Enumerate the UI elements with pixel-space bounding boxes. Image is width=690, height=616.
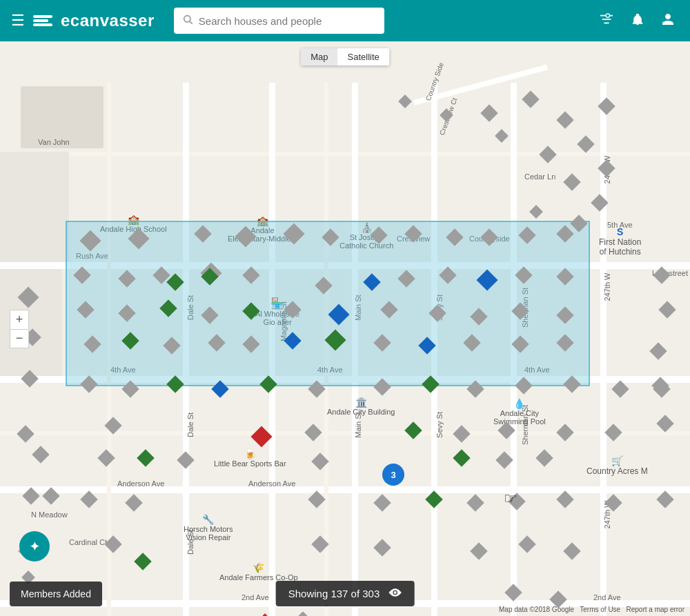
street-label-sevy2: Sevy St bbox=[435, 412, 444, 438]
search-input[interactable] bbox=[199, 15, 376, 27]
svg-point-3 bbox=[184, 16, 190, 22]
logo: ecanvasser bbox=[33, 11, 155, 30]
zoom-out-button[interactable]: − bbox=[10, 329, 29, 348]
menu-icon[interactable]: ☰ bbox=[11, 12, 25, 30]
place-farmers-coop: 🌾Andale Farmers Co-Op bbox=[219, 562, 298, 582]
street-label-cedar: Cedar Ln bbox=[524, 172, 555, 181]
user-icon[interactable] bbox=[657, 8, 679, 34]
svg-point-8 bbox=[606, 14, 609, 17]
street-label-4th: 4th Ave bbox=[110, 366, 136, 374]
members-added-badge: ✦ Members Added bbox=[10, 582, 102, 606]
header: ☰ ecanvasser bbox=[0, 0, 690, 41]
street-label-4th-mid: 4th Ave bbox=[317, 366, 343, 374]
members-added-label: Members Added bbox=[21, 588, 91, 599]
svg-rect-0 bbox=[33, 15, 52, 18]
place-swimming-pool: 💧Andale CitySwimming Pool bbox=[493, 398, 546, 426]
map-type-selector: Map Satellite bbox=[301, 48, 389, 66]
map-container[interactable]: Rush Ave 4th Ave 4th Ave 4th Ave Anderso… bbox=[0, 41, 690, 616]
street-label-247w: 247th W bbox=[603, 273, 611, 301]
logo-icon bbox=[33, 13, 55, 28]
status-bar: Showing 137 of 303 bbox=[276, 581, 415, 606]
zoom-in-button[interactable]: + bbox=[10, 310, 29, 329]
map-type-satellite[interactable]: Satellite bbox=[338, 48, 389, 66]
map-background: Rush Ave 4th Ave 4th Ave 4th Ave Anderso… bbox=[0, 41, 690, 616]
street-label-main: Main St bbox=[354, 295, 362, 320]
map-type-map[interactable]: Map bbox=[301, 48, 337, 66]
logo-text: ecanvasser bbox=[61, 11, 155, 30]
street-label-dale: Dale St bbox=[186, 295, 195, 320]
street-label-2nd-r: 2nd Ave bbox=[593, 593, 621, 602]
street-label-4th-right: 4th Ave bbox=[524, 366, 550, 374]
place-city-building: 🏛️Andale City Building bbox=[327, 397, 395, 416]
place-horsch: 🔧Horsch MotorsVision Repair bbox=[184, 514, 233, 542]
members-icon-button[interactable]: ✦ bbox=[19, 531, 50, 562]
place-country-acres: 🛒Country Acres M bbox=[586, 455, 648, 476]
street-label-anderson2: Anderson Ave bbox=[248, 479, 295, 488]
terms-link[interactable]: Terms of Use bbox=[580, 606, 620, 613]
report-link[interactable]: Report a map error bbox=[627, 606, 684, 613]
svg-rect-1 bbox=[33, 19, 48, 22]
eye-icon[interactable] bbox=[388, 586, 402, 601]
filter-icon[interactable] bbox=[595, 8, 618, 34]
svg-point-9 bbox=[393, 591, 396, 594]
svg-line-4 bbox=[190, 21, 193, 24]
cluster-badge: 3 bbox=[382, 464, 404, 486]
street-label-nmeadow: N Meadow bbox=[31, 510, 68, 519]
street-label-anderson: Anderson Ave bbox=[117, 479, 164, 488]
bell-icon[interactable] bbox=[627, 8, 649, 34]
zoom-controls: + − bbox=[10, 310, 29, 348]
street-label-rush: Rush Ave bbox=[76, 252, 108, 260]
showing-count-text: Showing 137 of 303 bbox=[288, 588, 380, 599]
svg-rect-2 bbox=[33, 23, 52, 26]
search-bar[interactable] bbox=[174, 8, 384, 34]
street-label-cardinal: Cardinal Ct bbox=[69, 538, 107, 546]
place-andale-high: 🏫Andale High School bbox=[100, 214, 167, 233]
street-label-vanjohn: Van John bbox=[38, 138, 70, 146]
street-label-dale2: Dale St bbox=[186, 413, 195, 437]
search-icon bbox=[182, 14, 193, 28]
cluster-count: 3 bbox=[391, 470, 395, 480]
place-sports-bar: 🍺Little Bear Sports Bar bbox=[214, 448, 286, 468]
street-label-2nd: 2nd Ave bbox=[241, 593, 269, 602]
attribution-text: Map data ©2018 Google bbox=[499, 606, 574, 613]
place-first-national: SFirst Nationof Hutchins bbox=[599, 226, 641, 257]
map-attribution: Map data ©2018 Google Terms of Use Repor… bbox=[499, 606, 684, 613]
